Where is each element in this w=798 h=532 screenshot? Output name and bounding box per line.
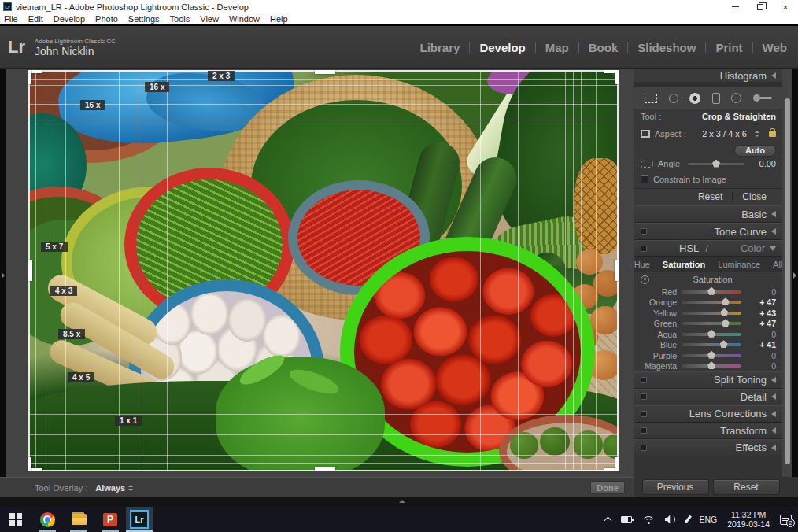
close-button[interactable]: × <box>773 0 798 13</box>
module-develop[interactable]: Develop <box>478 41 526 54</box>
clock[interactable]: 11:32 PM 2019-03-14 <box>727 510 770 529</box>
orange-slider[interactable] <box>682 301 741 304</box>
adjustment-brush-icon[interactable] <box>753 94 772 102</box>
pen-icon[interactable] <box>683 515 692 524</box>
panel-toggle-icon[interactable] <box>641 411 647 417</box>
panel-toggle-icon[interactable] <box>641 246 647 252</box>
menu-file[interactable]: File <box>4 14 18 24</box>
panel-header-hsl-color[interactable]: HSL / Color <box>634 240 782 257</box>
red-eye-icon[interactable] <box>689 93 700 104</box>
aspect-lock-icon[interactable] <box>769 131 776 137</box>
restore-button[interactable] <box>748 0 773 13</box>
menu-settings[interactable]: Settings <box>128 14 160 24</box>
done-button[interactable]: Done <box>590 481 625 494</box>
tray-expand-icon[interactable] <box>604 517 612 525</box>
constrain-checkbox[interactable] <box>641 175 648 183</box>
crop-bounding-box[interactable] <box>28 70 619 471</box>
aspect-dropdown-icon[interactable] <box>755 131 759 137</box>
panel-toggle-icon[interactable] <box>641 228 647 235</box>
language-indicator[interactable]: ENG <box>700 515 718 524</box>
magenta-slider[interactable] <box>682 364 741 368</box>
basic-title: Basic <box>741 209 767 220</box>
graduated-filter-icon[interactable] <box>712 93 720 104</box>
crop-close-button[interactable]: Close <box>733 191 776 202</box>
module-map[interactable]: Map <box>544 41 571 54</box>
slider-thumb[interactable] <box>707 361 715 369</box>
slider-thumb[interactable] <box>722 319 730 327</box>
panel-header-transform[interactable]: Transform <box>634 423 782 440</box>
slider-thumb[interactable] <box>707 287 715 295</box>
panel-toggle-icon[interactable] <box>641 427 647 434</box>
panel-scrollbar[interactable] <box>785 98 790 464</box>
tab-saturation[interactable]: Saturation <box>656 260 711 269</box>
tab-luminance[interactable]: Luminance <box>711 260 767 269</box>
taskbar-file-explorer[interactable] <box>63 507 94 532</box>
aqua-slider[interactable] <box>682 333 741 336</box>
panel-header-basic[interactable]: Basic <box>634 205 782 223</box>
module-slideshow[interactable]: Slideshow <box>636 41 697 54</box>
slider-thumb[interactable] <box>720 340 728 348</box>
previous-button[interactable]: Previous <box>642 479 709 495</box>
start-button[interactable] <box>0 507 31 532</box>
angle-slider-thumb[interactable] <box>712 160 720 168</box>
slider-thumb[interactable] <box>707 351 715 359</box>
radial-filter-icon[interactable] <box>731 93 741 103</box>
battery-icon[interactable] <box>621 516 632 523</box>
histogram-header[interactable]: Histogram <box>634 69 782 82</box>
crop-aspect-icon[interactable] <box>641 129 650 139</box>
angle-tool-icon[interactable] <box>641 161 653 168</box>
filmstrip-collapsed[interactable] <box>0 497 798 507</box>
tool-overlay-select[interactable]: Always <box>95 483 133 493</box>
menu-window[interactable]: Window <box>229 14 260 24</box>
module-web[interactable]: Web <box>761 41 789 54</box>
left-panel-collapsed[interactable] <box>0 69 6 477</box>
panel-header-split-toning[interactable]: Split Toning <box>634 371 782 389</box>
slider-thumb[interactable] <box>722 297 730 305</box>
menu-view[interactable]: View <box>200 14 219 24</box>
slider-orange: Orange+ 47 <box>634 297 782 308</box>
right-panel: Histogram Tool : Crop & Straighten Aspec… <box>634 69 782 477</box>
aspect-value[interactable]: 2 x 3 / 4 x 6 <box>702 129 747 139</box>
reset-button[interactable]: Reset <box>713 479 780 495</box>
slider-thumb[interactable] <box>720 308 728 316</box>
angle-value[interactable]: 0.00 <box>752 159 776 168</box>
taskbar-chrome[interactable] <box>31 507 63 532</box>
module-print[interactable]: Print <box>714 41 744 54</box>
panel-header-detail[interactable]: Detail <box>634 389 782 406</box>
angle-slider[interactable] <box>688 163 744 165</box>
module-library[interactable]: Library <box>419 41 462 54</box>
panel-toggle-icon[interactable] <box>641 445 647 451</box>
minimize-button[interactable] <box>722 0 748 13</box>
notification-center-icon[interactable]: 2 <box>780 515 792 525</box>
target-adjustment-icon[interactable] <box>641 275 649 284</box>
purple-slider[interactable] <box>682 354 741 357</box>
photo-canvas[interactable]: 2 x 3 16 x 16 x 5 x 7 4 x 3 8.5 x 4 x 5 … <box>28 70 619 471</box>
panel-header-effects[interactable]: Effects <box>634 439 782 456</box>
wifi-icon[interactable] <box>642 515 655 524</box>
slider-thumb[interactable] <box>707 330 715 338</box>
crop-reset-button[interactable]: Reset <box>689 191 732 202</box>
auto-straighten-button[interactable]: Auto <box>734 145 776 157</box>
crop-overlay[interactable]: 2 x 3 16 x 16 x 5 x 7 4 x 3 8.5 x 4 x 5 … <box>28 70 619 471</box>
blue-slider[interactable] <box>682 343 741 346</box>
yellow-slider[interactable] <box>682 312 741 315</box>
red-slider[interactable] <box>682 290 741 294</box>
right-panel-edge[interactable] <box>792 69 798 477</box>
volume-icon[interactable] <box>665 515 676 524</box>
spot-removal-icon[interactable] <box>669 94 678 103</box>
menu-help[interactable]: Help <box>270 14 288 24</box>
module-book[interactable]: Book <box>587 41 620 54</box>
panel-header-tone-curve[interactable]: Tone Curve <box>634 223 782 240</box>
panel-toggle-icon[interactable] <box>641 393 647 400</box>
menu-develop[interactable]: Develop <box>54 14 85 24</box>
menu-photo[interactable]: Photo <box>95 14 118 24</box>
menu-tools[interactable]: Tools <box>170 14 190 24</box>
crop-tool-icon[interactable] <box>645 94 657 103</box>
taskbar-powerpoint[interactable] <box>94 507 126 532</box>
tab-hue[interactable]: Hue <box>628 260 656 269</box>
green-slider[interactable] <box>682 322 741 325</box>
panel-header-lens-corrections[interactable]: Lens Corrections <box>634 405 782 423</box>
menu-edit[interactable]: Edit <box>28 14 43 24</box>
panel-toggle-icon[interactable] <box>641 377 647 383</box>
taskbar-lightroom[interactable]: Lr <box>126 507 153 532</box>
